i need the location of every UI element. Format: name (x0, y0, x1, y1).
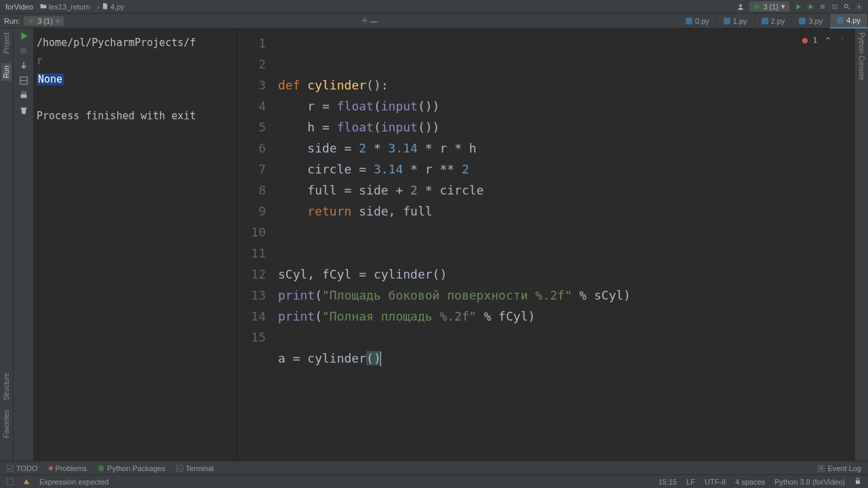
svg-rect-17 (20, 48, 26, 54)
layout-icon[interactable] (19, 76, 28, 85)
svg-rect-15 (799, 18, 806, 24)
tool-terminal[interactable]: Terminal (176, 464, 214, 472)
svg-point-9 (859, 5, 861, 7)
svg-rect-30 (856, 481, 860, 484)
run-output: /home/pl/PycharmProjects/f r None Proces… (34, 28, 237, 461)
svg-rect-16 (837, 17, 844, 24)
tab-2py[interactable]: 2.py (755, 14, 793, 28)
status-message: Expression expected (39, 478, 108, 486)
bottom-tools: TODO Problems Python Packages Terminal E… (0, 461, 868, 474)
left-tool-rail: Project Run Structure Favorites (0, 28, 14, 461)
svg-rect-3 (821, 4, 825, 8)
stop-icon (819, 3, 826, 10)
rail-project[interactable]: Project (3, 33, 10, 54)
code-area[interactable]: 1 ^ ⋮ def cylinder(): r = float(input())… (278, 28, 854, 461)
svg-point-2 (809, 5, 812, 8)
svg-rect-24 (176, 465, 183, 472)
svg-rect-20 (20, 94, 26, 98)
print-icon[interactable] (19, 91, 28, 100)
svg-rect-12 (686, 18, 692, 24)
debug-icon[interactable] (807, 3, 814, 10)
run-label: Run: (0, 17, 24, 25)
run-config-tab[interactable]: 3 (1) × (24, 16, 64, 26)
status-indent[interactable]: 4 spaces (735, 478, 765, 486)
settings-icon[interactable] (856, 3, 863, 10)
stop2-icon (19, 46, 28, 56)
run-line-r: r (37, 52, 234, 70)
error-indicator[interactable]: 1 ^ ⋮ (802, 30, 847, 51)
menubar: forVideo les13_return › 4.py 3 (1) ▾ (0, 0, 868, 14)
svg-point-8 (844, 4, 848, 7)
more-icon[interactable] (831, 3, 838, 10)
status-lf[interactable]: LF (686, 478, 695, 486)
run-config-chip[interactable]: 3 (1) ▾ (749, 1, 789, 12)
editor-tabs: 0.py 1.py 2.py 3.py 4.py (679, 14, 868, 28)
toolbar-run: Run: 3 (1) × — 0.py 1.py 2.py 3.py 4.py (0, 14, 868, 28)
trash-icon[interactable] (19, 106, 28, 115)
rail-python-console[interactable]: Python Console (858, 33, 865, 461)
status-enc[interactable]: UTF-8 (705, 478, 726, 486)
svg-rect-6 (832, 7, 834, 9)
tab-1py[interactable]: 1.py (717, 14, 755, 28)
status-interp[interactable]: Python 3.8 (forVideo) (774, 478, 845, 486)
warn-icon (23, 479, 30, 485)
rail-run[interactable]: Run (1, 63, 12, 81)
tab-0py[interactable]: 0.py (679, 14, 717, 28)
svg-point-23 (98, 466, 104, 471)
run-path: /home/pl/PycharmProjects/f (37, 34, 234, 52)
svg-rect-22 (7, 465, 14, 472)
lock-icon[interactable] (854, 478, 861, 485)
right-tool-rail: Python Console (854, 28, 868, 461)
run-icon[interactable] (795, 3, 802, 10)
project-name[interactable]: forVideo (5, 3, 33, 11)
svg-point-1 (755, 4, 760, 9)
tool-event-log[interactable]: Event Log (818, 464, 861, 472)
gear-icon[interactable]: — (361, 17, 382, 25)
breadcrumb-file[interactable]: › 4.py (97, 3, 125, 11)
run-tool-buttons (14, 28, 34, 461)
svg-rect-7 (835, 7, 837, 9)
editor[interactable]: 123 456 789 101112 131415 1 ^ ⋮ def cyli… (237, 28, 854, 461)
svg-rect-21 (22, 92, 25, 95)
tool-todo[interactable]: TODO (7, 464, 38, 472)
svg-point-11 (363, 19, 366, 21)
status-pos[interactable]: 15:15 (658, 478, 677, 486)
tool-python-packages[interactable]: Python Packages (98, 464, 165, 472)
tool-problems[interactable]: Problems (49, 464, 87, 472)
tab-4py[interactable]: 4.py (830, 14, 868, 28)
status-icon[interactable] (7, 479, 14, 485)
svg-rect-5 (835, 4, 837, 6)
rail-structure[interactable]: Structure (3, 373, 10, 401)
user-icon[interactable] (737, 3, 744, 10)
svg-rect-29 (7, 479, 14, 485)
down-icon[interactable] (19, 61, 28, 70)
svg-rect-13 (724, 18, 730, 24)
rerun-icon[interactable] (19, 31, 28, 41)
status-bar: Expression expected 15:15 LF UTF-8 4 spa… (0, 474, 868, 488)
rail-favorites[interactable]: Favorites (3, 410, 10, 438)
search-icon[interactable] (844, 3, 850, 10)
breadcrumb-dir[interactable]: les13_return (40, 3, 90, 11)
gutter: 123 456 789 101112 131415 (237, 28, 278, 461)
run-exit: Process finished with exit (37, 107, 234, 125)
svg-point-10 (29, 18, 33, 22)
tab-3py[interactable]: 3.py (792, 14, 830, 28)
svg-point-0 (740, 4, 743, 7)
run-none: None (37, 73, 64, 85)
svg-rect-14 (762, 18, 768, 24)
svg-rect-4 (832, 4, 834, 6)
